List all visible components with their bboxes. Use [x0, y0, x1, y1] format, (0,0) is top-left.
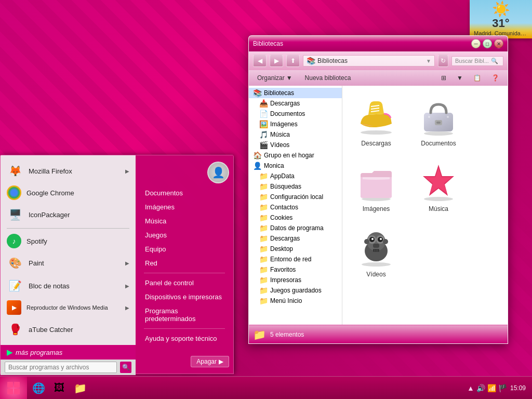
- right-item-panel[interactable]: Panel de control: [140, 276, 229, 289]
- tree-item-videos[interactable]: 🎬 Vídeos: [249, 140, 342, 150]
- tree-item-documentos[interactable]: 📄 Documentos: [249, 109, 342, 119]
- file-item-videos[interactable]: Vídeos: [348, 222, 405, 282]
- tree-item-juegosguar[interactable]: 📁 Juegos guardados: [249, 285, 342, 296]
- tray-network-icon[interactable]: 📶: [487, 384, 496, 392]
- documentos-icon-area: [418, 95, 459, 137]
- shutdown-button[interactable]: Apagar ▶: [191, 356, 229, 367]
- view-dropdown-button[interactable]: ▼: [453, 73, 467, 83]
- right-item-musica[interactable]: Música: [140, 215, 229, 228]
- tree-item-favoritos[interactable]: 📁 Favoritos: [249, 264, 342, 275]
- file-item-imagenes[interactable]: Imágenes: [348, 156, 405, 217]
- view-button[interactable]: ⊞: [437, 73, 450, 83]
- tray-flag-icon[interactable]: 🏴: [498, 384, 507, 392]
- descargas-icon-area: [355, 95, 397, 137]
- atube-icon: 🥊: [7, 321, 23, 338]
- search-button[interactable]: 🔍: [120, 362, 131, 373]
- taskbar-right: ▲ 🔊 📶 🏴 15:09: [463, 384, 532, 392]
- weather-widget[interactable]: ☀️ 31° Madrid, Comunidad...: [470, 0, 532, 38]
- content-panel: Descargas: [342, 86, 508, 325]
- app-item-spotify[interactable]: ♪ Spotify: [1, 231, 136, 251]
- tree-item-desktop[interactable]: 📁 Desktop: [249, 244, 342, 254]
- file-item-documentos[interactable]: Documentos: [410, 91, 467, 151]
- tree-item-musica[interactable]: 🎵 Música: [249, 129, 342, 140]
- start-button[interactable]: [0, 377, 27, 400]
- tree-icon-grupo: 🏠: [253, 151, 262, 159]
- tree-item-impresoras[interactable]: 📁 Impresoras: [249, 275, 342, 285]
- tree-item-contactos[interactable]: 📁 Contactos: [249, 202, 342, 212]
- tray-up-icon[interactable]: ▲: [467, 384, 474, 392]
- address-bar[interactable]: 📚 Bibliotecas ▼: [303, 55, 435, 66]
- right-item-programas[interactable]: Programas predeterminados: [140, 304, 229, 325]
- tree-item-grupo[interactable]: 🏠 Grupo en el hogar: [249, 150, 342, 161]
- details-pane-button[interactable]: 📋: [469, 73, 485, 83]
- svg-point-23: [380, 238, 382, 240]
- chrome-icon: [7, 185, 21, 200]
- tree-item-imagenes[interactable]: 🖼️ Imágenes: [249, 119, 342, 129]
- address-dropdown-icon[interactable]: ▼: [426, 58, 431, 64]
- right-item-imagenes[interactable]: Imágenes: [140, 201, 229, 214]
- up-button[interactable]: ⬆: [286, 55, 300, 67]
- taskbar-ie[interactable]: 🌐: [29, 379, 48, 397]
- forward-button[interactable]: ▶: [270, 55, 283, 67]
- clock-time: 15:09: [510, 384, 526, 392]
- refresh-button[interactable]: ↻: [438, 55, 448, 67]
- tree-icon-descargas: 📥: [259, 99, 268, 108]
- right-item-juegos[interactable]: Juegos: [140, 229, 229, 242]
- tree-icon-appdata: 📁: [259, 172, 268, 180]
- taskbar-explorer[interactable]: 📁: [71, 379, 89, 397]
- right-item-ayuda[interactable]: Ayuda y soporte técnico: [140, 332, 229, 345]
- tree-item-bibliotecas[interactable]: 📚 Bibliotecas: [249, 88, 342, 98]
- tree-item-appdata[interactable]: 📁 AppData: [249, 171, 342, 181]
- file-item-musica[interactable]: Música: [410, 156, 467, 217]
- more-arrow-icon: ▶: [7, 348, 12, 356]
- windows-logo-icon: [6, 381, 21, 395]
- tree-item-entornored[interactable]: 📁 Entorno de red: [249, 254, 342, 264]
- tree-item-descargas2[interactable]: 📁 Descargas: [249, 233, 342, 244]
- svg-point-0: [361, 130, 392, 135]
- tree-icon-videos: 🎬: [259, 141, 268, 149]
- app-item-chrome[interactable]: Google Chrome: [1, 182, 136, 203]
- tree-item-configlocal[interactable]: 📁 Configuración local: [249, 192, 342, 202]
- explorer-toolbar: Organizar ▼ Nueva biblioteca ⊞ ▼ 📋 ❓: [249, 70, 508, 86]
- app-item-firefox[interactable]: 🦊 Mozilla Firefox ▶: [1, 159, 136, 182]
- minimize-button[interactable]: ─: [471, 39, 481, 48]
- right-item-red[interactable]: Red: [140, 257, 229, 270]
- right-item-dispositivos[interactable]: Dispositivos e impresoras: [140, 290, 229, 303]
- app-item-mediaplayer[interactable]: ▶ Reproductor de Windows Media ▶: [1, 297, 136, 318]
- tray-volume-icon[interactable]: 🔊: [476, 384, 485, 392]
- svg-point-22: [371, 238, 374, 240]
- right-item-documentos[interactable]: Documentos: [140, 187, 229, 200]
- more-programs-bar[interactable]: ▶ más programas: [1, 345, 136, 360]
- maximize-button[interactable]: □: [483, 39, 492, 48]
- tree-item-datosprograma[interactable]: 📁 Datos de programa: [249, 223, 342, 233]
- app-item-paint[interactable]: 🎨 Paint ▶: [1, 251, 136, 274]
- tree-item-menuinicio[interactable]: 📁 Menú Inicio: [249, 296, 342, 306]
- back-button[interactable]: ◀: [253, 55, 267, 67]
- app-item-iconpackager[interactable]: 🖥️ IconPackager: [1, 203, 136, 226]
- system-clock[interactable]: 15:09: [510, 384, 528, 392]
- videos-icon-area: [355, 226, 397, 268]
- organize-button[interactable]: Organizar ▼: [253, 73, 297, 83]
- taskbar-photoshop[interactable]: 🖼: [50, 379, 69, 397]
- search-input[interactable]: [5, 362, 117, 373]
- file-item-descargas[interactable]: Descargas: [348, 91, 405, 151]
- tree-item-cookies[interactable]: 📁 Cookies: [249, 212, 342, 223]
- help-button[interactable]: ❓: [487, 73, 503, 83]
- tree-item-monica[interactable]: 👤 Monica: [249, 161, 342, 171]
- app-item-atube[interactable]: 🥊 aTube Catcher: [1, 318, 136, 341]
- explorer-body: 📚 Bibliotecas 📥 Descargas 📄 Documentos 🖼…: [249, 86, 508, 325]
- new-library-button[interactable]: Nueva biblioteca: [301, 73, 355, 83]
- svg-point-10: [447, 116, 449, 118]
- tree-item-descargas[interactable]: 📥 Descargas: [249, 98, 342, 109]
- tree-icon-impresoras: 📁: [259, 276, 268, 284]
- right-item-equipo[interactable]: Equipo: [140, 243, 229, 256]
- close-button[interactable]: ✕: [494, 39, 503, 48]
- app-item-notepad[interactable]: 📝 Bloc de notas ▶: [1, 274, 136, 297]
- search-box[interactable]: Buscar Bibl... 🔍: [451, 56, 503, 66]
- tree-icon-descargas2: 📁: [259, 234, 268, 243]
- start-menu-left: 🦊 Mozilla Firefox ▶ Google Chrome 🖥️ Ico…: [1, 155, 136, 374]
- divider: [7, 228, 129, 229]
- tree-item-busquedas[interactable]: 📁 Búsquedas: [249, 181, 342, 192]
- tree-icon-contactos: 📁: [259, 203, 268, 211]
- tree-icon-bibliotecas: 📚: [253, 89, 262, 97]
